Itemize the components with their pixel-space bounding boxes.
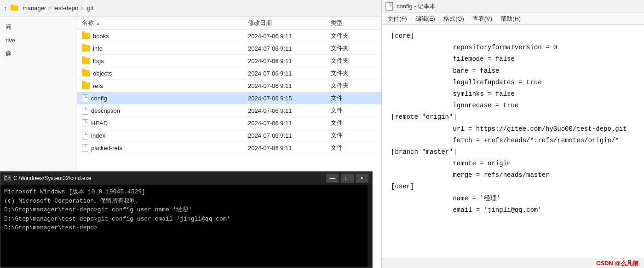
cmd-content: Microsoft Windows [版本 10.0.19045.4529](c… <box>0 185 368 268</box>
file-type: 文件 <box>331 144 377 152</box>
file-name-cell: index <box>82 132 248 140</box>
menu-item[interactable]: 格式(O) <box>440 14 468 24</box>
cmd-close-button[interactable]: × <box>356 174 368 183</box>
file-icon <box>82 94 88 102</box>
notepad-menubar: 文件(F)编辑(E)格式(O)查看(V)帮助(H) <box>382 13 644 25</box>
breadcrumb-manager[interactable]: manager <box>23 5 46 12</box>
file-name: HEAD <box>91 120 108 127</box>
nav-up-icon[interactable]: ↑ <box>4 5 7 12</box>
file-name-cell: logs <box>82 58 248 64</box>
cmd-line: D:\Gtop\manager\test-depo>git config use… <box>4 215 364 224</box>
file-type: 文件 <box>331 131 377 140</box>
file-type: 文件夹 <box>331 32 377 40</box>
folder-icon <box>82 33 90 39</box>
file-name: description <box>91 107 120 114</box>
cmd-scrollbar[interactable] <box>368 185 372 268</box>
cmd-line: Microsoft Windows [版本 10.0.19045.4529] <box>4 187 364 197</box>
menu-item[interactable]: 文件(F) <box>384 14 411 24</box>
file-type: 文件 <box>331 119 377 127</box>
file-modified: 2024-07-06 9:11 <box>248 82 331 89</box>
folder-icon <box>82 70 90 76</box>
table-row[interactable]: packed-refs2024-07-06 9:11文件 <box>77 142 381 154</box>
svg-rect-1 <box>11 5 13 6</box>
notepad-title: config - 记事本 <box>397 2 436 11</box>
folder-icon-breadcrumb <box>11 4 18 12</box>
file-name: packed-refs <box>91 145 122 151</box>
cmd-line: D:\Gtop\manager\test-depo>_ <box>4 223 364 233</box>
file-type: 文件夹 <box>331 69 377 77</box>
file-type: 文件夹 <box>331 57 377 65</box>
file-name: objects <box>93 70 112 77</box>
cmd-minimize-button[interactable]: — <box>326 174 339 183</box>
table-row[interactable]: HEAD2024-07-06 9:11文件 <box>77 117 381 129</box>
folder-icon <box>82 58 90 64</box>
table-row[interactable]: logs2024-07-06 9:11文件夹 <box>77 55 381 67</box>
cmd-restore-button[interactable]: □ <box>341 174 354 183</box>
folder-icon <box>82 45 90 52</box>
folder-icon <box>82 82 90 89</box>
file-name: info <box>93 45 103 52</box>
file-name: hooks <box>93 33 109 40</box>
file-modified: 2024-07-06 9:11 <box>248 45 331 52</box>
file-name: logs <box>93 58 104 64</box>
file-type: 文件 <box>331 94 377 102</box>
notepad-footer: CSDN @么凡猫 <box>382 258 644 268</box>
file-modified: 2024-07-06 9:11 <box>248 132 331 139</box>
table-row[interactable]: description2024-07-06 9:11文件 <box>77 105 381 117</box>
file-modified: 2024-07-06 9:11 <box>248 33 331 40</box>
file-name-cell: hooks <box>82 33 248 40</box>
table-row[interactable]: objects2024-07-06 9:11文件夹 <box>77 67 381 80</box>
file-name: refs <box>93 82 103 89</box>
explorer-header: ↑ manager > test-depo > .git <box>0 0 381 17</box>
cmd-line: (c) Microsoft Corporation。保留所有权利。 <box>4 197 364 206</box>
menu-item[interactable]: 帮助(H) <box>497 14 524 24</box>
file-name-cell: info <box>82 45 248 52</box>
file-modified: 2024-07-06 9:11 <box>248 120 331 127</box>
file-name-cell: packed-refs <box>82 144 248 152</box>
file-type: 文件夹 <box>331 44 377 52</box>
file-name-cell: description <box>82 107 248 115</box>
watermark: CSDN @么凡猫 <box>596 259 638 268</box>
table-row[interactable]: hooks2024-07-06 9:11文件夹 <box>77 30 381 42</box>
file-name-cell: refs <box>82 82 248 89</box>
col-name[interactable]: 名称 ▲ <box>82 19 248 27</box>
col-type[interactable]: 类型 <box>331 19 377 27</box>
file-name: index <box>91 132 105 139</box>
file-modified: 2024-07-06 9:11 <box>248 145 331 151</box>
cmd-icon: C:\ <box>4 175 11 181</box>
cmd-window: C:\ C:\Windows\System32\cmd.exe — □ × Mi… <box>0 171 373 268</box>
file-name-cell: config <box>82 94 248 102</box>
breadcrumb-test-depo[interactable]: test-depo <box>53 5 78 12</box>
file-modified: 2024-07-06 9:11 <box>248 107 331 114</box>
cmd-scroll-area: Microsoft Windows [版本 10.0.19045.4529](c… <box>0 185 372 268</box>
cmd-titlebar: C:\ C:\Windows\System32\cmd.exe — □ × <box>0 172 372 185</box>
nav-item-3[interactable]: 像 <box>0 47 77 60</box>
table-row[interactable]: info2024-07-06 9:11文件夹 <box>77 42 381 55</box>
file-modified: 2024-07-06 9:11 <box>248 70 331 77</box>
menu-item[interactable]: 查看(V) <box>469 14 496 24</box>
file-list-header: 名称 ▲ 修改日期 类型 <box>77 17 381 30</box>
cmd-title: C:\ C:\Windows\System32\cmd.exe <box>4 175 91 181</box>
notepad-file-icon <box>385 2 393 11</box>
file-type: 文件夹 <box>331 82 377 90</box>
breadcrumb: manager > test-depo > .git <box>23 5 93 12</box>
file-modified: 2024-07-06 9:11 <box>248 58 331 64</box>
sort-arrow-icon: ▲ <box>96 21 100 26</box>
notepad-content[interactable]: [core] repositoryformatversion = 0 filem… <box>382 25 644 258</box>
file-icon <box>82 107 88 115</box>
nav-item-2[interactable]: rive <box>0 34 77 47</box>
table-row[interactable]: config2024-07-06 9:15文件 <box>77 92 381 105</box>
notepad-panel: config - 记事本 文件(F)编辑(E)格式(O)查看(V)帮助(H) [… <box>382 0 644 268</box>
file-name-cell: HEAD <box>82 119 248 127</box>
table-row[interactable]: index2024-07-06 9:11文件 <box>77 129 381 142</box>
file-type: 文件 <box>331 106 377 115</box>
file-icon <box>82 144 88 152</box>
col-modified[interactable]: 修改日期 <box>248 19 331 27</box>
table-row[interactable]: refs2024-07-06 9:11文件夹 <box>77 80 381 92</box>
menu-item[interactable]: 编辑(E) <box>412 14 439 24</box>
breadcrumb-git[interactable]: .git <box>86 5 93 12</box>
cmd-line: D:\Gtop\manager\test-depo>git config use… <box>4 205 364 215</box>
file-icon <box>82 119 88 127</box>
nav-item-1[interactable]: 问 <box>0 20 77 34</box>
file-name: config <box>91 95 107 102</box>
